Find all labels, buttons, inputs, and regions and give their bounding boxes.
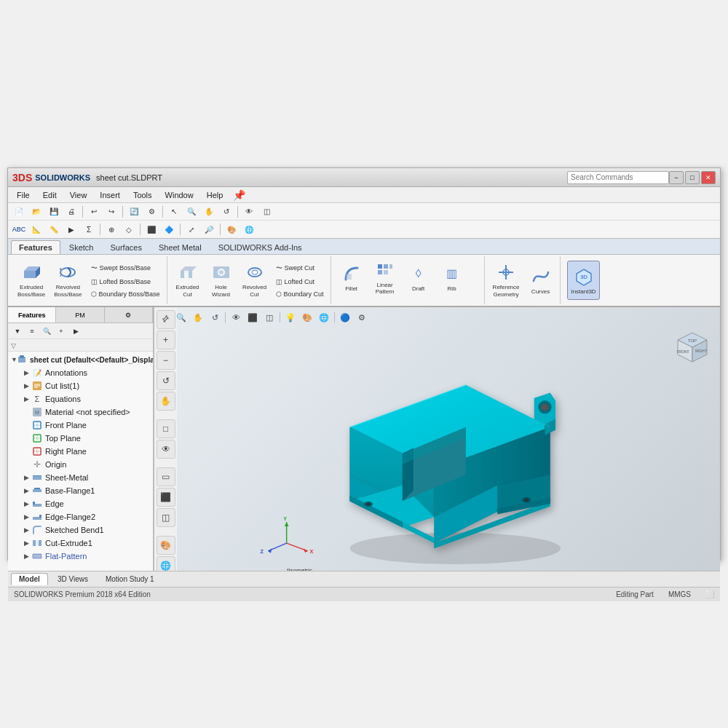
ft-right-plane[interactable]: Right Plane (8, 445, 153, 458)
ft-tab-sketch[interactable]: PM (56, 307, 104, 323)
boundary-boss-button[interactable]: ⬡ Boundary Boss/Base (87, 288, 164, 300)
menu-edit[interactable]: Edit (37, 189, 63, 201)
draft-button[interactable]: ◊ Draft (403, 258, 435, 297)
ft-expand[interactable]: ▶ (21, 486, 31, 496)
curves-button[interactable]: Curves (525, 261, 557, 300)
tab-sketch[interactable]: Sketch (61, 240, 102, 254)
save-button[interactable]: 💾 (46, 205, 62, 219)
pin-icon[interactable]: 📌 (233, 189, 245, 201)
zoom-select-button[interactable]: 🔎 (201, 222, 217, 237)
ft-cutlist[interactable]: ▶ Cut list(1) (8, 379, 153, 392)
ft-annotations[interactable]: ▶ 📝 Annotations (8, 366, 153, 379)
swept-boss-button[interactable]: 〜 Swept Boss/Base (87, 261, 164, 275)
ft-top-plane[interactable]: Top Plane (8, 432, 153, 445)
ft-expand[interactable]: ▶ (21, 525, 31, 535)
print-button[interactable]: 🖨 (63, 205, 79, 219)
ft-tab-props[interactable]: ⚙ (105, 307, 153, 323)
ft-front-plane[interactable]: Front Plane (8, 419, 153, 432)
ft-sketched-bend[interactable]: ▶ Sketched Bend1 (8, 523, 153, 537)
pan-button[interactable]: ✋ (201, 205, 217, 219)
ft-root-expand[interactable]: ▼ (11, 355, 17, 365)
menu-tools[interactable]: Tools (127, 189, 158, 201)
boundary-cut-button[interactable]: ⬡Boundary Cut (272, 288, 328, 300)
fillet-button[interactable]: Fillet (336, 258, 368, 297)
ft-expand[interactable]: ▶ (21, 394, 31, 404)
lofted-cut-button[interactable]: ◫Lofted Cut (272, 276, 328, 288)
ft-edge-flange1[interactable]: ▶ Edge (8, 497, 153, 510)
view-orient-button[interactable]: 👁 (241, 205, 257, 219)
ft-material[interactable]: M Material <not specified> (8, 405, 153, 419)
rebuild-button[interactable]: 🔄 (126, 205, 142, 219)
select-button[interactable]: ↖ (166, 205, 182, 219)
options-button[interactable]: ⚙ (143, 205, 159, 219)
ft-edge-flange2[interactable]: ▶ Edge-Flange2 (8, 510, 153, 523)
maximize-button[interactable]: □ (685, 171, 700, 184)
menu-insert[interactable]: Insert (94, 189, 126, 201)
display-button[interactable]: ◫ (258, 205, 274, 219)
menu-window[interactable]: Window (159, 189, 199, 201)
ft-search-button[interactable]: 🔍 (40, 325, 53, 338)
ft-expand[interactable]: ▶ (21, 551, 31, 561)
ft-collapse-button[interactable]: ≡ (25, 325, 39, 338)
zoom-button[interactable]: 🔍 (183, 205, 199, 219)
sketch-button[interactable]: ABC (11, 222, 27, 237)
ft-expand[interactable]: ▶ (21, 512, 31, 522)
ft-tab-features[interactable]: Features (8, 307, 56, 323)
mirror-button[interactable]: ◨ Mirror (436, 298, 468, 307)
swept-cut-button[interactable]: 〜Swept Cut (272, 261, 328, 275)
ft-origin[interactable]: ✛ Origin (8, 458, 153, 471)
rotate-button[interactable]: ↺ (218, 205, 234, 219)
ft-equations[interactable]: ▶ Σ Equations (8, 392, 153, 405)
tab-3d-views[interactable]: 3D Views (50, 573, 96, 585)
wrap-button[interactable]: ↺ Wrap (336, 298, 368, 307)
tab-addins[interactable]: SOLIDWORKS Add-Ins (210, 240, 310, 254)
close-button[interactable]: ✕ (701, 171, 716, 184)
search-input[interactable] (567, 171, 669, 184)
redo-button[interactable]: ↪ (103, 205, 119, 219)
extrude-boss-button[interactable]: ExtrudedBoss/Base (14, 261, 49, 300)
annotation-button[interactable]: 📐 (28, 222, 44, 237)
status-units[interactable]: MMGS (668, 590, 691, 598)
rib-button[interactable]: ▥ Rib (436, 258, 468, 297)
ft-base-flange[interactable]: ▶ Base-Flange1 (8, 484, 153, 497)
section-view-button[interactable]: ⬛ (143, 222, 159, 237)
ft-root-item[interactable]: ▼ sheet cut (Default<<Default>_Display S… (8, 353, 153, 366)
view3d-button[interactable]: 🔷 (161, 222, 177, 237)
shell-button[interactable]: ▨ Shell (403, 298, 435, 307)
ft-cut-extrude[interactable]: ▶ Cut-Extrude1 (8, 537, 153, 550)
intersect-button[interactable]: ⊕ Intersect (369, 298, 401, 307)
ft-expand-button[interactable]: ▶ (69, 325, 82, 338)
appearance-button[interactable]: 🎨 (223, 222, 240, 237)
measure-button[interactable]: 📏 (46, 222, 62, 237)
ft-expand[interactable]: ▶ (21, 381, 31, 391)
menu-file[interactable]: File (11, 189, 36, 201)
scene-button[interactable]: 🌐 (241, 222, 257, 237)
calc-button[interactable]: Σ (81, 222, 97, 237)
new-button[interactable]: 📄 (11, 205, 27, 219)
reference-geometry-button[interactable]: ReferenceGeometry (489, 261, 523, 300)
menu-view[interactable]: View (64, 189, 93, 201)
linear-pattern-button[interactable]: LinearPattern (369, 258, 401, 297)
ft-expand[interactable]: ▶ (21, 368, 31, 378)
ft-expand[interactable]: ▶ (21, 538, 31, 548)
tab-surfaces[interactable]: Surfaces (103, 240, 150, 254)
tab-features[interactable]: Features (11, 240, 60, 254)
revolve-cut-button[interactable]: RevolvedCut (239, 261, 271, 300)
hole-wizard-button[interactable]: HoleWizard (205, 261, 237, 300)
tab-sheet-metal[interactable]: Sheet Metal (151, 240, 210, 254)
tab-motion-study[interactable]: Motion Study 1 (98, 573, 162, 585)
tab-model[interactable]: Model (11, 573, 48, 585)
view-cube[interactable]: TOP FRONT RIGHT (670, 329, 714, 373)
viewport[interactable]: ⤢ 🔍 ✋ ↺ 👁 ⬛ ◫ 💡 🎨 🌐 🔵 ⚙ (154, 307, 720, 571)
simulation-button[interactable]: ▶ (63, 222, 79, 237)
revolve-boss-button[interactable]: RevolvedBoss/Base (50, 261, 85, 300)
ft-expand[interactable]: ▶ (21, 472, 31, 483)
mate-button[interactable]: ⊕ (103, 222, 119, 237)
smart-dim-button[interactable]: ◇ (121, 222, 137, 237)
undo-button[interactable]: ↩ (86, 205, 102, 219)
ft-add-button[interactable]: + (55, 325, 68, 338)
ft-flat-pattern[interactable]: ▶ Flat-Pattern (8, 550, 153, 563)
lofted-boss-button[interactable]: ◫ Lofted Boss/Base (87, 276, 164, 288)
ft-expand[interactable]: ▶ (21, 499, 31, 509)
ft-filter-button[interactable]: ▼ (11, 325, 24, 338)
